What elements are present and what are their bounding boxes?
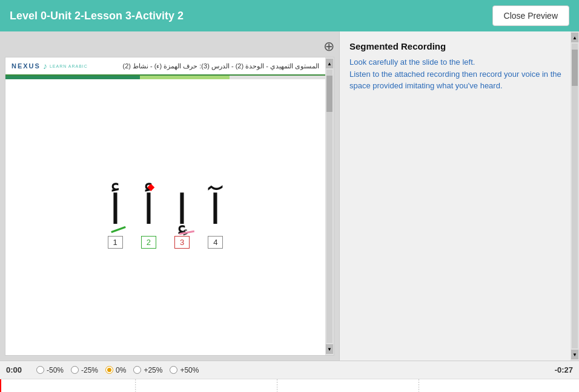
arabic-content: آ 4 إ ء 3 [5, 79, 325, 355]
speed-0-label: 0% [116, 366, 126, 374]
radio-0[interactable] [105, 366, 113, 374]
right-scroll-thumb[interactable] [572, 50, 578, 86]
speed-minus25[interactable]: -25% [71, 366, 98, 374]
speed-plus50-label: +50% [180, 366, 199, 374]
speed-minus50-label: -50% [47, 366, 64, 374]
audio-section: 0:00 -50% -25% 0% +25% +50% -0: [0, 361, 579, 392]
radio-minus25[interactable] [71, 366, 79, 374]
app-header: Level 0-Unit 2-Lesson 3-Activity 2 Close… [0, 0, 579, 31]
slide-title: المستوى التمهيدي - الوحدة (2) - الدرس (3… [123, 62, 320, 70]
nexus-logo-text: NEXUS [12, 62, 41, 70]
scroll-down-btn[interactable]: ▼ [326, 344, 333, 354]
speed-minus25-label: -25% [81, 366, 98, 374]
scroll-thumb[interactable] [326, 76, 333, 112]
char-label-1: 1 [108, 236, 123, 249]
info-panel: Segmented Recording Look carefully at th… [339, 31, 579, 361]
speed-plus50[interactable]: +50% [170, 366, 199, 374]
arabic-char-1: أ [110, 186, 121, 234]
char-label-2: 2 [141, 236, 156, 249]
zoom-icon[interactable]: ⊕ [323, 39, 334, 54]
time-end: -0:27 [552, 365, 573, 374]
speed-options: -50% -25% 0% +25% +50% [36, 366, 543, 374]
speed-plus25-label: +25% [144, 366, 162, 374]
arabic-char-group-1: أ 1 [108, 186, 123, 249]
right-scroll-up[interactable]: ▲ [571, 33, 578, 42]
radio-plus25[interactable] [133, 366, 141, 374]
slide-panel: ⊕ NEXUS ♪ LEARN ARABIC المستوى التمهيدي … [0, 31, 339, 361]
speed-0[interactable]: 0% [105, 366, 126, 374]
arabic-char-2: أ ◆ [143, 186, 154, 234]
arabic-char-group-4: آ 4 [208, 186, 223, 249]
nexus-sub-text: LEARN ARABIC [50, 64, 88, 68]
waveform-area[interactable] [0, 379, 579, 392]
time-start: 0:00 [6, 365, 27, 374]
right-scroll-down[interactable]: ▼ [571, 350, 578, 359]
main-content: ⊕ NEXUS ♪ LEARN ARABIC المستوى التمهيدي … [0, 31, 579, 361]
speed-minus50[interactable]: -50% [36, 366, 64, 374]
arabic-char-group-2: أ ◆ 2 [141, 186, 156, 249]
slide-scrollbar: ▲ ▼ [325, 57, 334, 355]
right-scrollbar: ▲ ▼ [571, 31, 579, 361]
nexus-logo: NEXUS ♪ LEARN ARABIC [12, 61, 88, 71]
char-label-4: 4 [208, 236, 223, 249]
slide-header: NEXUS ♪ LEARN ARABIC المستوى التمهيدي - … [5, 57, 325, 76]
waveform-svg [0, 379, 579, 392]
slide-toolbar: ⊕ [5, 36, 334, 57]
speed-plus25[interactable]: +25% [133, 366, 162, 374]
info-title: Segmented Recording [349, 41, 569, 51]
time-bar: 0:00 -50% -25% 0% +25% +50% -0: [0, 361, 579, 379]
right-scroll-track [572, 44, 578, 348]
page-title: Level 0-Unit 2-Lesson 3-Activity 2 [10, 10, 184, 22]
close-preview-button[interactable]: Close Preview [492, 5, 569, 26]
radio-plus50[interactable] [170, 366, 177, 374]
playhead [0, 379, 1, 392]
arabic-char-4: آ [210, 186, 221, 234]
scroll-up-btn[interactable]: ▲ [326, 59, 333, 68]
arabic-char-3: إ ء [176, 186, 188, 234]
nexus-icon: ♪ [43, 61, 47, 71]
info-description: Look carefully at the slide to the left.… [349, 56, 569, 92]
scroll-track [326, 70, 333, 343]
arabic-chars-row: آ 4 إ ء 3 [108, 186, 223, 249]
arabic-char-group-3: إ ء 3 [174, 186, 190, 249]
radio-minus50[interactable] [36, 366, 44, 374]
